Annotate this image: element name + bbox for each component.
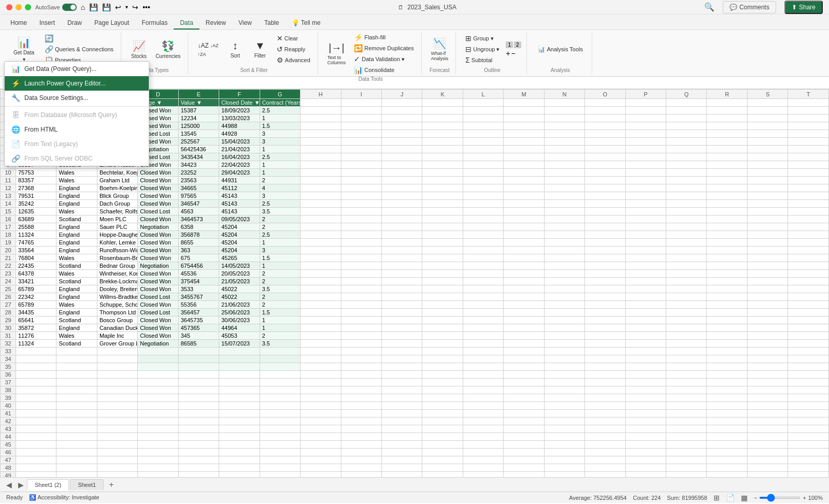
undo-icon[interactable]: ↩ (115, 3, 121, 11)
cell[interactable]: Blick Group (97, 192, 137, 200)
cell[interactable]: 45143 (219, 192, 260, 200)
col-header-H[interactable]: H (301, 90, 341, 99)
cell[interactable]: 13545 (178, 130, 219, 138)
dropdown-item-datasource[interactable]: 🔧 Data Source Settings... (5, 91, 149, 105)
cell[interactable] (178, 363, 219, 371)
dropdown-item-html[interactable]: 🌐 From HTML (5, 122, 149, 137)
cell[interactable]: Closed Won (138, 332, 178, 340)
cell[interactable]: 22342 (16, 293, 56, 301)
cell[interactable]: Closed Lost (138, 208, 178, 215)
cell[interactable]: 11276 (16, 332, 56, 340)
group-button[interactable]: ⊞ Group ▾ (462, 33, 503, 44)
col-header-N[interactable]: N (544, 90, 584, 99)
cell[interactable]: England (56, 231, 97, 239)
cell[interactable]: 65789 (16, 285, 56, 293)
cell[interactable]: Closed Won (138, 200, 178, 208)
cell[interactable] (56, 355, 97, 363)
tab-draw[interactable]: Draw (61, 17, 88, 30)
cell[interactable]: 3435434 (178, 153, 219, 161)
cell[interactable]: 2.5 (260, 107, 300, 114)
cell[interactable]: 3 (260, 130, 300, 138)
cell[interactable]: 45022 (219, 285, 260, 293)
cell[interactable]: 346547 (178, 200, 219, 208)
cell[interactable] (219, 348, 260, 355)
cell[interactable]: 97565 (178, 192, 219, 200)
cell[interactable]: 45143 (219, 200, 260, 208)
cell[interactable]: England (56, 324, 97, 332)
cell[interactable]: England (56, 309, 97, 316)
cell[interactable]: 21/04/2023 (219, 146, 260, 153)
cell[interactable]: Scotland (56, 340, 97, 348)
cell[interactable]: 1 (260, 169, 300, 177)
cell[interactable]: Closed Won (138, 215, 178, 223)
cell[interactable]: Closed Lost (138, 293, 178, 301)
col-header-Q[interactable]: Q (666, 90, 707, 99)
cell[interactable]: 3464573 (178, 215, 219, 223)
sheet-tab-1[interactable]: Sheet1 (2) (27, 479, 69, 491)
cell[interactable]: Hoppe-Daugherty (97, 231, 137, 239)
cell[interactable]: 356457 (178, 309, 219, 316)
cell[interactable]: 2 (260, 215, 300, 223)
comments-button[interactable]: 💬 Comments (723, 1, 776, 13)
cell[interactable]: 34665 (178, 184, 219, 192)
col-header-P[interactable]: P (625, 90, 666, 99)
cell[interactable]: 4 (260, 184, 300, 192)
cell[interactable] (16, 355, 56, 363)
cell[interactable]: Maple Inc (97, 332, 137, 340)
cell[interactable]: 25/06/2023 (219, 309, 260, 316)
cell[interactable]: Scotland (56, 278, 97, 285)
cell[interactable]: 1 (260, 239, 300, 247)
tab-data[interactable]: Data (174, 17, 199, 30)
queries-connections-button[interactable]: 🔗 Queries & Connections (41, 44, 117, 54)
cell[interactable]: Closed Won (138, 247, 178, 254)
cell[interactable]: Willms-Bradtke (97, 293, 137, 301)
cell[interactable]: 79531 (16, 192, 56, 200)
cell[interactable]: 6754456 (178, 262, 219, 270)
normal-view-icon[interactable]: ⊞ (713, 494, 720, 502)
cell[interactable]: 2 (260, 177, 300, 184)
cell[interactable]: 09/05/2023 (219, 215, 260, 223)
cell[interactable]: 45265 (219, 254, 260, 262)
th-closed-date[interactable]: Closed Date ▼ (219, 99, 260, 107)
cell[interactable] (260, 363, 300, 371)
cell[interactable]: 44988 (219, 122, 260, 130)
cell[interactable] (178, 348, 219, 355)
cell[interactable]: Negotiation (138, 262, 178, 270)
cell[interactable]: 1 (260, 161, 300, 169)
cell[interactable]: 76804 (16, 254, 56, 262)
page-layout-view-icon[interactable]: 📄 (726, 494, 735, 502)
tab-home[interactable]: Home (4, 17, 33, 30)
cell[interactable]: Brekke-Lockman (97, 278, 137, 285)
cell[interactable]: 14/05/2023 (219, 262, 260, 270)
cell[interactable]: Moen PLC (97, 215, 137, 223)
cell[interactable]: Wales (56, 208, 97, 215)
cell[interactable]: 44928 (219, 130, 260, 138)
sort-az-button[interactable]: ↓AZ ↓AZ (194, 41, 221, 50)
save2-icon[interactable]: 💾 (102, 3, 111, 11)
cell[interactable]: Kohler, Lemke and Marvin (97, 239, 137, 247)
cell[interactable]: 375454 (178, 278, 219, 285)
cell[interactable] (138, 355, 178, 363)
cell[interactable]: 45022 (219, 293, 260, 301)
dropdown-item-text-legacy[interactable]: 📄 From Text (Legacy) (5, 137, 149, 151)
cell[interactable]: 45143 (219, 208, 260, 215)
maximize-button[interactable] (25, 4, 31, 10)
cell[interactable]: 2.5 (260, 153, 300, 161)
cell[interactable] (138, 363, 178, 371)
cell[interactable]: 34423 (178, 161, 219, 169)
cell[interactable]: Closed Won (138, 231, 178, 239)
cell[interactable]: Closed Won (138, 239, 178, 247)
cell[interactable]: 45204 (219, 239, 260, 247)
cell[interactable]: Closed Won (138, 278, 178, 285)
cell[interactable]: 3.5 (260, 285, 300, 293)
zoom-slider[interactable] (759, 497, 801, 499)
cell[interactable]: 65789 (16, 301, 56, 309)
cell[interactable]: 29/04/2023 (219, 169, 260, 177)
dropdown-item-launch-pqe[interactable]: ⚡ Launch Power Query Editor... (5, 76, 149, 91)
cell[interactable]: 11324 (16, 231, 56, 239)
cell[interactable]: 35242 (16, 200, 56, 208)
col-header-K[interactable]: K (422, 90, 463, 99)
cell[interactable]: 1 (260, 262, 300, 270)
cell[interactable] (16, 363, 56, 371)
cell[interactable] (138, 348, 178, 355)
